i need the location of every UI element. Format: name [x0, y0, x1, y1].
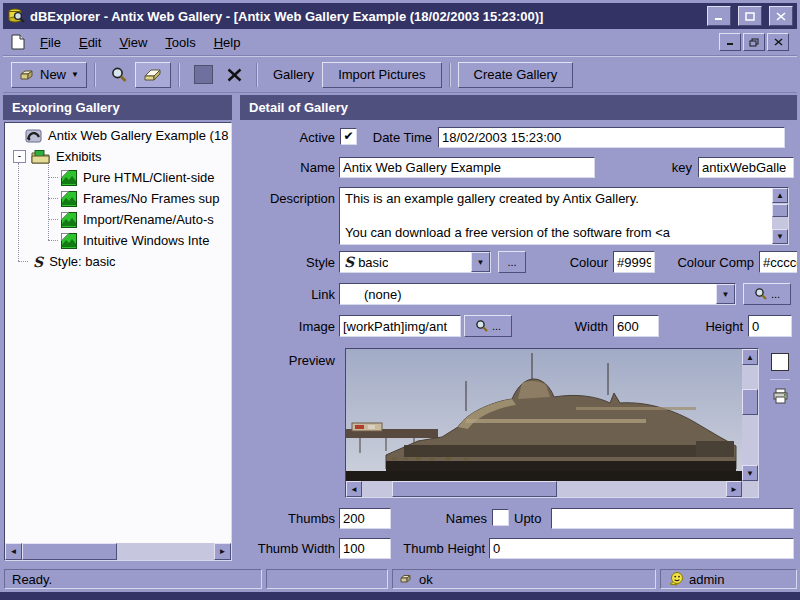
import-pictures-button[interactable]: Import Pictures — [322, 62, 441, 88]
menu-bar: File Edit View Tools Help — [3, 29, 797, 56]
mdi-minimize-icon — [726, 38, 735, 46]
document-icon — [11, 34, 25, 50]
tree-item-label: Style: basic — [49, 254, 115, 269]
ellipsis-icon: ... — [771, 288, 780, 300]
key-field[interactable] — [698, 157, 794, 178]
tree-item-label: Pure HTML/Client-side — [83, 170, 215, 185]
colour-comp-field[interactable] — [759, 251, 797, 273]
scroll-up-icon[interactable]: ▲ — [772, 188, 788, 203]
printer-icon — [772, 388, 789, 404]
tree-item-label: Intuitive Windows Inte — [83, 233, 209, 248]
name-field[interactable] — [339, 157, 595, 178]
thumb-height-label: Thumb Height — [390, 541, 485, 556]
tree-item-exhibits[interactable]: - Exhibits — [13, 146, 102, 167]
scroll-left-icon[interactable]: ◄ — [5, 543, 22, 560]
scroll-left-icon[interactable]: ◄ — [346, 481, 362, 497]
print-button[interactable] — [772, 388, 789, 404]
swatch-button[interactable] — [187, 62, 220, 88]
delete-x-icon — [227, 68, 242, 82]
preview-hscroll-thumb[interactable] — [392, 481, 557, 497]
status-bar: Ready. ok admin — [0, 567, 800, 591]
menu-edit[interactable]: Edit — [70, 33, 110, 52]
mdi-minimize-button[interactable] — [719, 33, 741, 51]
window-title: dBExplorer - Antix Web Gallery - [Antix … — [30, 9, 700, 24]
mdi-close-button[interactable] — [767, 33, 789, 51]
image-field[interactable] — [339, 315, 461, 337]
menu-tools[interactable]: Tools — [156, 33, 204, 52]
thumb-height-field[interactable] — [489, 538, 794, 559]
thumb-width-label: Thumb Width — [240, 541, 335, 556]
colour-field[interactable] — [613, 251, 655, 273]
tree-scroll-track[interactable] — [117, 543, 214, 560]
tree-item-exhibit[interactable]: Intuitive Windows Inte — [61, 230, 209, 251]
names-checkbox[interactable] — [492, 509, 509, 526]
description-field[interactable]: This is an example gallery created by An… — [339, 187, 789, 245]
image-search-button[interactable]: ... — [464, 315, 512, 337]
close-button[interactable] — [769, 6, 793, 26]
delete-button[interactable] — [220, 62, 249, 88]
tree-item-style[interactable]: S Style: basic — [33, 251, 116, 272]
collapse-icon[interactable]: - — [13, 150, 26, 163]
preview-hscroll-track[interactable] — [557, 481, 726, 497]
tree-horizontal-scrollbar[interactable]: ◄ ► — [5, 543, 231, 560]
preview-horizontal-scrollbar[interactable]: ◄ ► — [346, 481, 742, 497]
menu-help[interactable]: Help — [205, 33, 250, 52]
scroll-right-icon[interactable]: ► — [214, 543, 231, 560]
tree-item-gallery-root[interactable]: Antix Web Gallery Example (18 — [25, 125, 228, 146]
description-scroll-thumb[interactable] — [772, 204, 788, 217]
eraser-button[interactable] — [135, 62, 171, 88]
image-label: Image — [240, 319, 335, 334]
background-colour-button[interactable] — [771, 353, 789, 371]
scroll-right-icon[interactable]: ► — [726, 481, 742, 497]
status-empty-panel — [266, 569, 388, 589]
mdi-restore-button[interactable] — [743, 33, 765, 51]
search-button[interactable] — [103, 62, 135, 88]
width-field[interactable] — [613, 315, 659, 337]
image-icon — [61, 191, 77, 207]
new-button[interactable]: New ▼ — [11, 62, 87, 88]
upto-field[interactable] — [551, 508, 794, 529]
datetime-field[interactable] — [438, 127, 785, 148]
tree-scroll-thumb[interactable] — [22, 543, 117, 560]
height-field[interactable] — [748, 315, 792, 337]
colour-comp-label: Colour Comp — [660, 255, 754, 270]
toolbar: New ▼ Gallery — [3, 56, 797, 93]
description-scrollbar[interactable]: ▲ ▼ — [772, 188, 788, 244]
tree-item-exhibit[interactable]: Pure HTML/Client-side — [61, 167, 215, 188]
preview-widget: ▲ ▼ ◄ ► — [345, 348, 759, 498]
tree-item-exhibit[interactable]: Frames/No Frames sup — [61, 188, 220, 209]
menu-view[interactable]: View — [110, 33, 156, 52]
toolbar-separator — [449, 63, 451, 87]
style-browse-button[interactable]: ... — [498, 251, 526, 273]
create-gallery-button[interactable]: Create Gallery — [458, 62, 574, 88]
tree-item-label: Exhibits — [56, 149, 102, 164]
close-icon — [776, 12, 786, 21]
preview-vscroll-thumb[interactable] — [742, 389, 758, 415]
gallery-detail-form: Active ✔ Date Time Name key Description … — [240, 120, 797, 567]
menu-file[interactable]: File — [31, 33, 70, 52]
app-icon — [7, 8, 25, 24]
preview-mini-toolbar — [767, 348, 793, 498]
link-combobox[interactable]: (none) ▼ — [339, 283, 736, 305]
scroll-down-icon[interactable]: ▼ — [772, 229, 788, 244]
style-combobox[interactable]: S basic ▼ — [339, 251, 491, 273]
chevron-down-icon[interactable]: ▼ — [471, 252, 490, 272]
tree-item-exhibit[interactable]: Import/Rename/Auto-s — [61, 209, 214, 230]
link-search-button[interactable]: ... — [743, 283, 791, 305]
minimize-button[interactable] — [707, 6, 731, 26]
toolbar-separator — [94, 63, 96, 87]
tree-connector — [18, 261, 28, 262]
scroll-up-icon[interactable]: ▲ — [742, 349, 758, 365]
chevron-down-icon[interactable]: ▼ — [716, 284, 735, 304]
thumb-width-field[interactable] — [339, 538, 391, 559]
tree-connector — [48, 219, 58, 220]
scroll-down-icon[interactable]: ▼ — [742, 465, 758, 481]
gallery-tab-label[interactable]: Gallery — [265, 67, 322, 82]
active-checkbox[interactable]: ✔ — [340, 128, 357, 145]
thumbs-field[interactable] — [339, 508, 391, 529]
title-bar: dBExplorer - Antix Web Gallery - [Antix … — [3, 3, 797, 29]
maximize-button[interactable] — [738, 6, 762, 26]
preview-hscroll-track[interactable] — [362, 481, 392, 497]
preview-vertical-scrollbar[interactable]: ▲ ▼ — [742, 349, 758, 481]
mdi-restore-icon — [749, 38, 759, 47]
